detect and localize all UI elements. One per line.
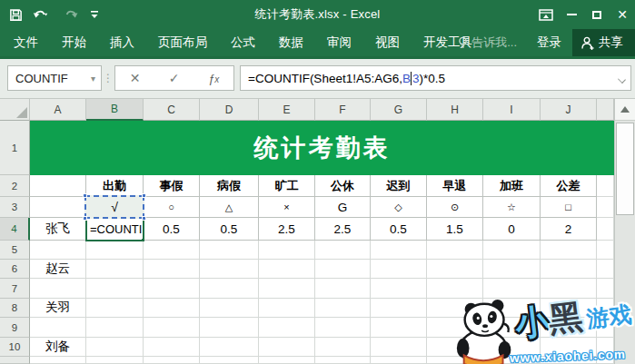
cell[interactable]: [597, 318, 614, 338]
cell-d4[interactable]: 0.5: [200, 218, 259, 241]
cell[interactable]: [30, 357, 86, 364]
cell[interactable]: [86, 357, 144, 364]
cell[interactable]: [597, 241, 614, 260]
cell-j2[interactable]: 公差: [541, 175, 597, 197]
cell-f3[interactable]: G: [315, 197, 371, 218]
cell[interactable]: [597, 338, 614, 357]
cell-h4[interactable]: 1.5: [427, 218, 483, 241]
expand-formula-bar-icon[interactable]: [618, 75, 626, 84]
fill-handle-icon[interactable]: [141, 238, 144, 241]
active-cell-b4-editing[interactable]: =COUNTIF(Sheet1!A5:AG6,B3)*0.5: [85, 216, 144, 241]
minimize-button[interactable]: [559, 0, 584, 29]
cell-a8[interactable]: 关羽: [30, 299, 86, 318]
cell[interactable]: [371, 318, 427, 338]
cell[interactable]: [315, 279, 371, 299]
col-header-partial[interactable]: [597, 99, 614, 121]
cell[interactable]: [86, 241, 144, 260]
cell[interactable]: [483, 279, 541, 299]
tab-file[interactable]: 文件: [2, 29, 50, 56]
col-header-i[interactable]: I: [483, 99, 541, 121]
range-handle-icon[interactable]: [142, 216, 146, 221]
cell[interactable]: [259, 357, 315, 364]
col-header-f[interactable]: F: [315, 99, 371, 121]
cell[interactable]: [427, 260, 483, 279]
tell-me-button[interactable]: 告诉我...: [449, 34, 526, 51]
cell-g2[interactable]: 迟到: [371, 175, 427, 197]
cell[interactable]: [315, 241, 371, 260]
cell[interactable]: [144, 338, 200, 357]
share-button[interactable]: 共享: [572, 29, 635, 56]
cell[interactable]: [315, 357, 371, 364]
cell[interactable]: [144, 318, 200, 338]
tab-formulas[interactable]: 公式: [219, 29, 267, 56]
cell[interactable]: [30, 318, 86, 338]
col-header-b[interactable]: B: [86, 99, 144, 121]
insert-function-icon[interactable]: ƒx: [208, 72, 219, 85]
cell[interactable]: [427, 299, 483, 318]
cell-d2[interactable]: 病假: [200, 175, 259, 197]
cell[interactable]: [483, 318, 541, 338]
cell-d3[interactable]: △: [200, 197, 259, 218]
range-handle-icon[interactable]: [142, 193, 146, 198]
cell-c2[interactable]: 事假: [144, 175, 200, 197]
formula-input[interactable]: =COUNTIF(Sheet1!A5:AG6,B3)*0.5: [240, 65, 631, 91]
redo-icon[interactable]: [61, 8, 81, 21]
cell[interactable]: [427, 279, 483, 299]
cell[interactable]: [144, 260, 200, 279]
row-header-9[interactable]: 9: [0, 318, 30, 338]
cell[interactable]: [597, 279, 614, 299]
scrollbar-thumb[interactable]: [616, 123, 634, 215]
cell[interactable]: [597, 260, 614, 279]
cell[interactable]: [483, 299, 541, 318]
row-header-10[interactable]: 10: [0, 338, 30, 357]
col-header-g[interactable]: G: [371, 99, 427, 121]
col-header-d[interactable]: D: [200, 99, 259, 121]
cell[interactable]: [541, 318, 597, 338]
cell-g4[interactable]: 0.5: [371, 218, 427, 241]
cell[interactable]: [541, 357, 597, 364]
cell[interactable]: [597, 197, 614, 218]
cell[interactable]: [144, 299, 200, 318]
cell[interactable]: [483, 241, 541, 260]
cell[interactable]: [483, 338, 541, 357]
cell[interactable]: [144, 357, 200, 364]
cell-e4[interactable]: 2.5: [259, 218, 315, 241]
cell[interactable]: [144, 279, 200, 299]
tab-home[interactable]: 开始: [50, 29, 98, 56]
cell-e2[interactable]: 旷工: [259, 175, 315, 197]
cell[interactable]: [30, 279, 86, 299]
cell[interactable]: [371, 260, 427, 279]
row-header-1[interactable]: 1: [0, 121, 30, 175]
cell[interactable]: [597, 299, 614, 318]
cell[interactable]: [200, 279, 259, 299]
cell-i2[interactable]: 加班: [483, 175, 541, 197]
cell[interactable]: [86, 279, 144, 299]
cell[interactable]: [541, 241, 597, 260]
save-icon[interactable]: [9, 8, 23, 22]
col-header-h[interactable]: H: [427, 99, 483, 121]
row-header-8[interactable]: 8: [0, 299, 30, 318]
cell-f4[interactable]: 2.5: [315, 218, 371, 241]
cell-g3[interactable]: ◇: [371, 197, 427, 218]
cell[interactable]: [86, 299, 144, 318]
cell[interactable]: [200, 357, 259, 364]
cell[interactable]: [259, 338, 315, 357]
cell[interactable]: [259, 318, 315, 338]
tab-view[interactable]: 视图: [363, 29, 412, 56]
cell-title-banner[interactable]: 统计考勤表: [30, 121, 614, 175]
cell[interactable]: [200, 260, 259, 279]
cell[interactable]: [541, 260, 597, 279]
row-header-partial[interactable]: [0, 357, 30, 364]
sign-in-button[interactable]: 登录: [526, 34, 572, 51]
cell[interactable]: [483, 260, 541, 279]
cell[interactable]: [371, 279, 427, 299]
cell[interactable]: [200, 318, 259, 338]
cell[interactable]: [86, 260, 144, 279]
cell-c3[interactable]: ○: [144, 197, 200, 218]
cell-b2[interactable]: 出勤: [86, 175, 144, 197]
cell[interactable]: [259, 279, 315, 299]
row-header-2[interactable]: 2: [0, 175, 30, 197]
cell[interactable]: [541, 279, 597, 299]
cell[interactable]: [144, 241, 200, 260]
cell[interactable]: [427, 338, 483, 357]
